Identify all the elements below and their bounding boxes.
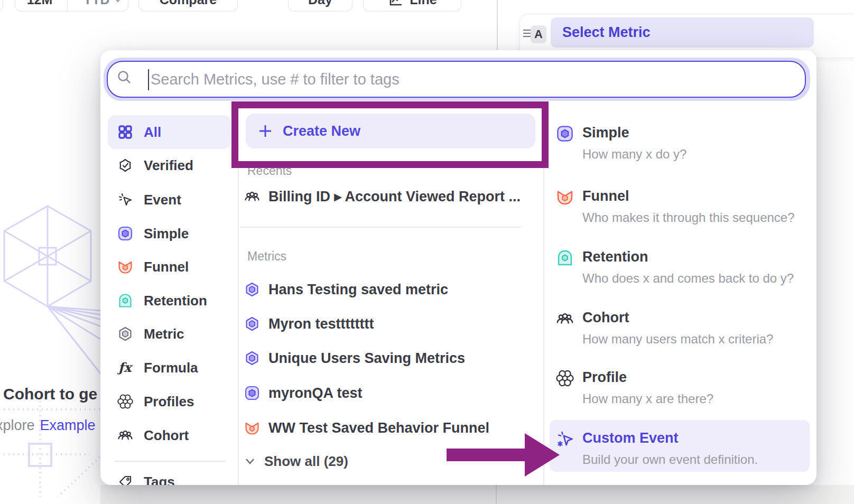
chevron-down-icon <box>244 457 256 465</box>
page-bottom-strip <box>100 485 854 504</box>
range-ytd-button[interactable]: YTD <box>74 0 131 11</box>
cohort-icon <box>244 189 260 204</box>
panel-divider-bottom <box>496 485 497 504</box>
range-12m-button[interactable]: 12M <box>13 0 68 11</box>
search-input[interactable] <box>151 63 774 96</box>
saved-metric-item[interactable]: WW Test Saved Behavior Funnel <box>244 414 532 442</box>
panel-divider-top <box>497 0 498 50</box>
sidebar-divider <box>114 461 226 462</box>
search-icon <box>116 69 132 85</box>
category-cohort[interactable]: Cohort <box>108 422 231 449</box>
formula-icon: ƒx <box>117 360 133 376</box>
retention-icon <box>117 293 133 309</box>
category-event[interactable]: Event <box>108 186 231 213</box>
annotation-arrow-head <box>525 433 560 477</box>
granularity-day-button[interactable]: Day <box>288 0 352 12</box>
funnel-icon <box>117 259 133 275</box>
chart-type-line-button[interactable]: Line <box>363 0 461 12</box>
retention-icon <box>556 249 574 267</box>
explore-line: xploreExample <box>0 417 96 434</box>
annotation-highlight-box <box>231 101 549 168</box>
type-profile-desc: How many x are there? <box>582 391 713 406</box>
category-verified[interactable]: Verified <box>108 152 231 179</box>
saved-metric-item[interactable]: Hans Testing saved metric <box>244 276 532 303</box>
profiles-icon <box>117 394 133 409</box>
event-icon <box>117 192 133 208</box>
metric-block-label: A <box>531 25 546 43</box>
section-divider <box>240 227 521 228</box>
category-all[interactable]: All <box>108 115 231 149</box>
metric-icon <box>244 350 260 366</box>
simple-icon <box>244 385 260 401</box>
type-custom-event-desc: Build your own event definition. <box>582 452 758 467</box>
recent-item[interactable]: Billing ID ▸ Account Viewed Report ... <box>244 183 532 210</box>
type-custom-event[interactable]: Custom Event <box>582 430 679 446</box>
saved-metric-item[interactable]: Myron testttttttt <box>244 310 532 338</box>
funnel-icon <box>556 188 574 206</box>
show-all-toggle[interactable]: Show all (29) <box>244 450 403 473</box>
annotation-arrow <box>447 449 526 461</box>
simple-icon <box>117 226 133 241</box>
type-funnel[interactable]: Funnel <box>582 188 629 204</box>
simple-icon <box>556 125 574 143</box>
type-profile[interactable]: Profile <box>582 369 627 386</box>
metrics-heading: Metrics <box>247 249 286 264</box>
example-reports-link[interactable]: Example <box>40 417 96 433</box>
funnel-icon <box>244 420 260 436</box>
type-cohort[interactable]: Cohort <box>582 310 629 326</box>
category-simple[interactable]: Simple <box>108 220 231 247</box>
compare-button[interactable]: Compare <box>138 0 238 12</box>
type-funnel-desc: Who makes it through this sequence? <box>582 210 795 225</box>
profiles-icon <box>556 369 574 387</box>
category-retention[interactable]: Retention <box>108 287 231 314</box>
saved-metric-item[interactable]: Unique Users Saving Metrics <box>244 344 532 372</box>
select-metric-button[interactable]: Select Metric <box>551 17 814 48</box>
date-range-segmented-control: 12M YTD <box>15 0 128 12</box>
line-chart-icon <box>387 0 403 7</box>
partial-button[interactable] <box>0 0 3 12</box>
type-simple-desc: How many x do y? <box>582 147 686 162</box>
cohort-icon <box>117 427 133 443</box>
metric-icon <box>244 316 260 332</box>
tag-icon <box>117 474 133 485</box>
svg-text:ƒx: ƒx <box>117 360 133 375</box>
category-profiles[interactable]: Profiles <box>108 388 231 415</box>
category-formula[interactable]: ƒx Formula <box>108 354 231 381</box>
cohort-icon <box>556 310 574 328</box>
category-tags[interactable]: Tags <box>108 468 231 485</box>
empty-state-caption: Cohort to ge <box>3 385 97 403</box>
saved-metric-item[interactable]: myronQA test <box>244 379 532 407</box>
verified-icon <box>117 157 133 173</box>
text-caret <box>148 69 149 90</box>
chevron-down-icon <box>114 0 122 3</box>
category-funnel[interactable]: Funnel <box>108 253 231 281</box>
type-cohort-desc: How many users match x criteria? <box>582 332 773 347</box>
type-simple[interactable]: Simple <box>582 125 629 141</box>
metric-icon <box>244 282 260 297</box>
type-retention[interactable]: Retention <box>582 249 648 265</box>
type-retention-desc: Who does x and comes back to do y? <box>582 271 794 286</box>
metric-icon <box>117 326 133 342</box>
category-metric[interactable]: Metric <box>108 320 231 348</box>
grid-icon <box>117 124 133 140</box>
explore-prefix: xplore <box>0 417 35 433</box>
